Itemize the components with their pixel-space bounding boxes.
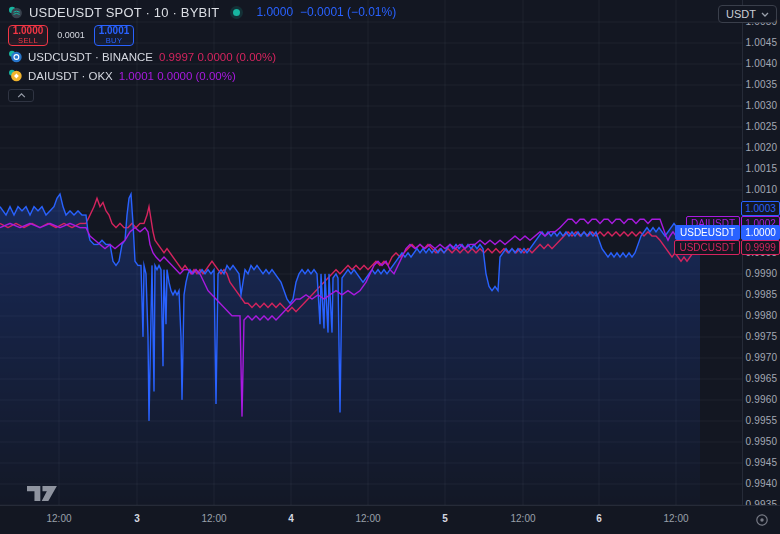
- series-name-label-usdeusdt: USDEUSDT: [675, 225, 740, 240]
- price-tick-label: 0.9970: [743, 352, 780, 363]
- buy-label: BUY: [106, 37, 123, 45]
- price-tick-label: 1.0025: [743, 121, 780, 132]
- time-tick-label: 12:00: [355, 513, 380, 524]
- sell-price: 1.0000: [13, 26, 44, 36]
- currency-selector-button[interactable]: USDT: [718, 5, 777, 23]
- time-tick-label: 12:00: [46, 513, 71, 524]
- time-tick-label: 12:00: [201, 513, 226, 524]
- dai-coin-icon: [8, 69, 22, 82]
- sell-label: SELL: [18, 37, 38, 45]
- time-tick-day-label: 3: [134, 513, 140, 524]
- last-price-value-label: 1.0000: [741, 225, 780, 240]
- symbol-title: USDEUSDT SPOT · 10 · BYBIT: [29, 5, 219, 20]
- price-tick-label: 1.0045: [743, 37, 780, 48]
- price-tick-label: 1.0035: [743, 79, 780, 90]
- buy-price: 1.0001: [99, 26, 130, 36]
- price-tick-label: 0.9990: [743, 268, 780, 279]
- tradingview-chart-window: 1.00501.00451.00401.00351.00301.00251.00…: [0, 0, 780, 534]
- chevron-down-icon: [761, 12, 769, 17]
- compare-values: 0.9997 0.0000 (0.00%): [159, 51, 276, 63]
- price-tick-label: 0.9940: [743, 478, 780, 489]
- price-tick-label: 1.0040: [743, 58, 780, 69]
- compare-symbol: DAIUSDT · OKX: [28, 70, 113, 82]
- price-tick-label: 0.9965: [743, 373, 780, 384]
- series-name-label-usdcusdt: USDCUSDT: [674, 240, 740, 255]
- time-tick-label: 12:00: [663, 513, 688, 524]
- price-tick-label: 0.9960: [743, 394, 780, 405]
- price-change: −0.0001 (−0.01%): [300, 5, 396, 19]
- last-price-value-label: 1.0003: [741, 201, 780, 216]
- time-tick-day-label: 5: [442, 513, 448, 524]
- time-axis[interactable]: 12:00312:00412:00512:00612:00: [0, 505, 780, 534]
- currency-label: USDT: [726, 8, 756, 20]
- price-tick-label: 0.9975: [743, 331, 780, 342]
- price-tick-label: 1.0015: [743, 163, 780, 174]
- tradingview-logo[interactable]: [27, 486, 59, 502]
- main-symbol-row[interactable]: USDEUSDT SPOT · 10 · BYBIT 1.0000 −0.000…: [8, 4, 396, 20]
- price-tick-label: 0.9945: [743, 457, 780, 468]
- chart-legend: USDEUSDT SPOT · 10 · BYBIT 1.0000 −0.000…: [8, 4, 396, 102]
- buy-button[interactable]: 1.0001 BUY: [94, 25, 134, 46]
- sell-button[interactable]: 1.0000 SELL: [8, 25, 48, 46]
- spread-value: 0.0001: [55, 30, 87, 40]
- price-tick-label: 0.9985: [743, 289, 780, 300]
- price-tick-label: 0.9950: [743, 436, 780, 447]
- last-price-value-label: 0.9999: [741, 240, 780, 255]
- price-tick-label: 1.0030: [743, 100, 780, 111]
- last-price: 1.0000: [256, 5, 293, 19]
- compare-row-daiusdt[interactable]: DAIUSDT · OKX 1.0001 0.0000 (0.00%): [8, 67, 396, 84]
- scales-settings-icon[interactable]: [754, 512, 770, 528]
- compare-symbol: USDCUSDT · BINANCE: [28, 51, 153, 63]
- time-tick-day-label: 6: [596, 513, 602, 524]
- price-tick-label: 0.9955: [743, 415, 780, 426]
- price-tick-label: 1.0020: [743, 142, 780, 153]
- collapse-legend-button[interactable]: [8, 89, 34, 102]
- price-tick-label: 0.9980: [743, 310, 780, 321]
- usdc-coin-icon: [8, 50, 22, 63]
- compare-row-usdcusdt[interactable]: USDCUSDT · BINANCE 0.9997 0.0000 (0.00%): [8, 48, 396, 65]
- trade-buttons-row: 1.0000 SELL 0.0001 1.0001 BUY: [8, 24, 396, 46]
- usdeusdt-pair-icon: [8, 6, 22, 19]
- price-tick-label: 1.0010: [743, 184, 780, 195]
- time-tick-day-label: 4: [288, 513, 294, 524]
- compare-values: 1.0001 0.0000 (0.00%): [119, 70, 236, 82]
- market-status-icon[interactable]: [230, 6, 243, 19]
- time-tick-label: 12:00: [510, 513, 535, 524]
